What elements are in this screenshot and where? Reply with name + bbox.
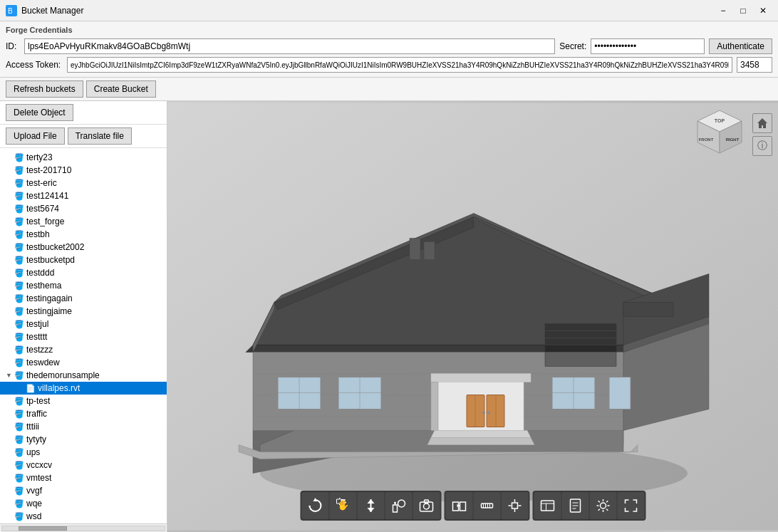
fit-view-button[interactable] xyxy=(385,492,412,519)
measure-tool-button[interactable] xyxy=(473,492,500,519)
view-tools-group xyxy=(532,491,645,521)
translate-file-button[interactable]: Translate file xyxy=(68,127,132,145)
svg-text:✋: ✋ xyxy=(337,499,350,511)
token-label: Access Token: xyxy=(6,60,63,70)
svg-point-63 xyxy=(398,500,405,507)
tree-item[interactable]: 🪣testbucket2002 xyxy=(0,241,167,254)
camera-button[interactable] xyxy=(413,492,440,519)
section-tool-button[interactable] xyxy=(445,492,472,519)
object-tools-group xyxy=(444,491,529,521)
svg-marker-20 xyxy=(623,303,673,317)
tree-item[interactable]: 🪣test124141 xyxy=(0,189,167,202)
id-input[interactable] xyxy=(24,38,555,54)
orbit-tool-button[interactable] xyxy=(301,492,328,519)
tree-item[interactable]: 🪣wsd xyxy=(0,510,167,523)
svg-rect-62 xyxy=(393,505,397,512)
tree-item[interactable]: 🪣testttt xyxy=(0,330,167,343)
svg-rect-35 xyxy=(609,377,631,410)
tree-item[interactable]: 🪣testddd xyxy=(0,266,167,279)
tree-item[interactable]: 🪣vvgf xyxy=(0,484,167,497)
settings-button[interactable] xyxy=(589,492,616,519)
svg-marker-60 xyxy=(367,499,374,504)
secret-input[interactable] xyxy=(591,38,705,54)
tree-item[interactable]: 🪣testhema xyxy=(0,279,167,292)
model-browser-button[interactable] xyxy=(534,492,561,519)
tree-item[interactable]: ▼🪣thedemorunsample xyxy=(0,369,167,382)
svg-point-90 xyxy=(600,503,606,508)
tree-item[interactable]: 🪣tttiii xyxy=(0,420,167,433)
svg-rect-24 xyxy=(467,395,484,427)
tree-item[interactable]: 🪣testingjaime xyxy=(0,305,167,318)
tree-item[interactable]: 🪣testjul xyxy=(0,318,167,330)
tree-item[interactable]: 🪣test5674 xyxy=(0,202,167,215)
tree-item[interactable]: 🪣testbh xyxy=(0,228,167,241)
tree-item[interactable]: 🪣wqe xyxy=(0,497,167,510)
zoom-tool-button[interactable] xyxy=(357,492,384,519)
credentials-bar: Forge Credentials ID: Secret: Authentica… xyxy=(0,21,778,78)
app-icon: B xyxy=(6,5,17,16)
svg-point-67 xyxy=(423,504,429,509)
tree-item[interactable]: 🪣ups xyxy=(0,446,167,459)
tree-item[interactable]: 🪣tytyty xyxy=(0,433,167,446)
svg-rect-83 xyxy=(541,501,554,511)
create-bucket-button[interactable]: Create Bucket xyxy=(86,80,156,98)
home-view-button[interactable] xyxy=(752,113,772,133)
svg-text:FRONT: FRONT xyxy=(699,137,714,142)
svg-text:TOP: TOP xyxy=(715,118,725,123)
svg-rect-49 xyxy=(410,239,420,260)
minimize-button[interactable]: − xyxy=(714,4,732,18)
viewer-icon-buttons: ⓘ xyxy=(752,113,772,156)
tree-item[interactable]: 🪣terty23 xyxy=(0,151,167,164)
sidebar: Delete Object Upload File Translate file… xyxy=(0,101,167,532)
title-bar: B Bucket Manager − □ ✕ xyxy=(0,0,778,21)
horizontal-scrollbar[interactable] xyxy=(0,523,167,532)
svg-rect-78 xyxy=(512,503,517,508)
tree-item[interactable]: 🪣test-201710 xyxy=(0,164,167,177)
close-button[interactable]: ✕ xyxy=(754,4,772,18)
content-area: Delete Object Upload File Translate file… xyxy=(0,101,778,532)
tree-child-item[interactable]: 📄villalpes.rvt xyxy=(0,382,167,395)
svg-rect-25 xyxy=(487,395,504,427)
token-row: Access Token: xyxy=(6,57,772,73)
tree-container[interactable]: 🪣terty23🪣test-201710🪣test-eric🪣test12414… xyxy=(0,148,167,523)
explode-tool-button[interactable] xyxy=(501,492,528,519)
svg-text:RIGHT: RIGHT xyxy=(726,137,740,142)
nav-cube-svg[interactable]: TOP FRONT RIGHT xyxy=(693,107,747,160)
tree-item[interactable]: 🪣testbucketpd xyxy=(0,254,167,266)
tree-item[interactable]: 🪣testingagain xyxy=(0,292,167,305)
token-input[interactable] xyxy=(67,57,732,73)
properties-button[interactable] xyxy=(561,492,588,519)
tree-item[interactable]: 🪣vmtest xyxy=(0,471,167,484)
refresh-buckets-button[interactable]: Refresh buckets xyxy=(6,80,83,98)
pan-tool-button[interactable]: ✋ xyxy=(329,492,356,519)
tree-item[interactable]: 🪣test-eric xyxy=(0,177,167,189)
viewer-area: TOP FRONT RIGHT ⓘ xyxy=(167,101,778,532)
tree-item[interactable]: 🪣test_forge xyxy=(0,215,167,228)
id-label: ID: xyxy=(6,41,20,51)
delete-object-button[interactable]: Delete Object xyxy=(6,104,73,121)
top-toolbar: Refresh buckets Create Bucket xyxy=(0,78,778,101)
tree-item[interactable]: 🪣vccxcv xyxy=(0,459,167,471)
info-button[interactable]: ⓘ xyxy=(752,136,772,156)
maximize-button[interactable]: □ xyxy=(734,4,752,18)
viewer-bottom-toolbar: ✋ xyxy=(300,491,645,521)
sidebar-buttons: Delete Object xyxy=(0,101,167,125)
authenticate-button[interactable]: Authenticate xyxy=(709,38,772,54)
svg-marker-31 xyxy=(427,438,534,445)
svg-point-28 xyxy=(482,412,485,414)
token-num-input[interactable] xyxy=(737,57,772,73)
tree-item[interactable]: 🪣traffic xyxy=(0,407,167,420)
scrollbar-thumb xyxy=(19,526,67,531)
svg-rect-50 xyxy=(424,242,435,260)
credentials-label: Forge Credentials xyxy=(6,26,772,34)
fullscreen-button[interactable] xyxy=(617,492,644,519)
svg-marker-61 xyxy=(367,508,374,512)
upload-file-button[interactable]: Upload File xyxy=(6,127,65,145)
tree-item[interactable]: 🪣tp-test xyxy=(0,395,167,407)
svg-marker-23 xyxy=(431,382,438,431)
svg-point-29 xyxy=(487,412,490,414)
svg-rect-70 xyxy=(460,502,465,511)
tree-item[interactable]: 🪣testzzz xyxy=(0,343,167,356)
window-controls: − □ ✕ xyxy=(714,4,772,18)
tree-item[interactable]: 🪣teswdew xyxy=(0,356,167,369)
